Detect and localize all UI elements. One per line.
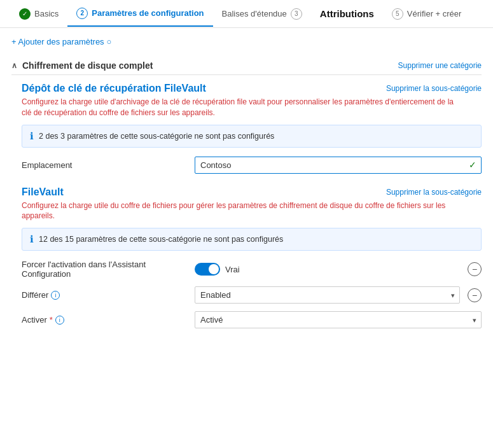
section-chevron-icon[interactable]: ∧: [11, 61, 17, 70]
subcategory-depot: Dépôt de clé de récupération FileVault S…: [22, 83, 482, 174]
subcategory-filevault-info-banner: ℹ 12 des 15 paramètres de cette sous-cat…: [22, 228, 482, 251]
info-icon-filevault: ℹ: [30, 234, 34, 245]
toggle-forcer-wrap: Vrai: [195, 263, 240, 276]
section-title: Chiffrement de disque complet: [22, 60, 153, 71]
field-activer-row: Activer * i Activé Désactivé Non configu…: [22, 311, 482, 328]
forcer-minus-button[interactable]: −: [468, 262, 482, 276]
subcategory-depot-info-banner: ℹ 2 des 3 paramètres de cette sous-catég…: [22, 125, 482, 148]
subcategory-depot-desc: Configurez la charge utile d'archivage d…: [22, 97, 454, 118]
tab-verify-label: Vérifier + créer: [407, 9, 462, 18]
basics-check-icon: [19, 8, 31, 20]
field-forcer-row: Forcer l'activation dans l'Assistant Con…: [22, 260, 482, 279]
field-emplacement-row: Emplacement ✓: [22, 157, 482, 174]
add-parameters-label: + Ajouter des paramètres: [11, 37, 104, 46]
subcategory-filevault-info-text: 12 des 15 paramètres de cette sous-catég…: [39, 235, 283, 244]
subcategory-filevault-title: FileVault: [22, 186, 64, 198]
field-differer-label: Différer i: [22, 290, 187, 300]
tags-step-circle: 3: [291, 8, 302, 20]
differer-select[interactable]: Enabled Disabled Not configured: [195, 286, 460, 304]
verify-step-circle: 5: [392, 8, 403, 20]
field-emplacement-wrap: ✓: [195, 157, 482, 174]
tab-config-label: Paramètres de configuration: [92, 8, 204, 18]
nav-tabs: Basics 2 Paramètres de configuration Bal…: [0, 0, 493, 28]
subcategory-filevault-header: FileVault Supprimer la sous-catégorie: [22, 186, 482, 198]
subcategory-depot-header: Dépôt de clé de récupération FileVault S…: [22, 83, 482, 94]
differer-minus-button[interactable]: −: [468, 288, 482, 302]
tab-attributions-label: Attributions: [320, 8, 374, 19]
main-content: + Ajouter des paramètres ○ ∧ Chiffrement…: [0, 28, 493, 350]
tab-attributions[interactable]: Attributions: [311, 2, 383, 25]
activer-info-icon[interactable]: i: [55, 316, 64, 325]
activer-select-wrap: Activé Désactivé Non configuré ▾: [195, 311, 482, 328]
section-header-left: ∧ Chiffrement de disque complet: [11, 60, 153, 71]
tab-config[interactable]: 2 Paramètres de configuration: [67, 1, 212, 27]
field-activer-label: Activer * i: [22, 315, 187, 325]
tab-tags-label: Balises d'étendue: [222, 9, 287, 18]
field-emplacement-label: Emplacement: [22, 160, 187, 170]
emplacement-check-icon: ✓: [469, 160, 476, 170]
activer-select[interactable]: Activé Désactivé Non configuré: [195, 311, 482, 328]
field-forcer-label: Forcer l'activation dans l'Assistant Con…: [22, 260, 187, 279]
section-header: ∧ Chiffrement de disque complet Supprime…: [11, 57, 482, 75]
differer-info-icon[interactable]: i: [51, 291, 60, 300]
subcategory-filevault-delete[interactable]: Supprimer la sous-catégorie: [386, 188, 482, 197]
subcategory-depot-delete[interactable]: Supprimer la sous-catégorie: [386, 84, 482, 93]
tab-basics-label: Basics: [34, 9, 59, 18]
info-icon-depot: ℹ: [30, 130, 34, 142]
add-parameters-link[interactable]: + Ajouter des paramètres ○: [11, 37, 111, 46]
subcategory-depot-info-text: 2 des 3 paramètres de cette sous-catégor…: [39, 132, 274, 141]
config-step-circle: 2: [76, 8, 88, 19]
field-differer-row: Différer i Enabled Disabled Not configur…: [22, 286, 482, 304]
emplacement-input[interactable]: [195, 157, 482, 174]
differer-select-wrap: Enabled Disabled Not configured ▾: [195, 286, 460, 304]
tab-verify[interactable]: 5 Vérifier + créer: [383, 2, 471, 26]
section-delete-action[interactable]: Supprimer une catégorie: [398, 61, 482, 70]
forcer-toggle[interactable]: [195, 263, 220, 276]
add-parameters-icon: ○: [107, 37, 112, 46]
activer-required-mark: *: [50, 315, 53, 325]
subcategory-depot-title: Dépôt de clé de récupération FileVault: [22, 83, 206, 94]
subcategory-filevault: FileVault Supprimer la sous-catégorie Co…: [22, 186, 482, 329]
tab-basics[interactable]: Basics: [10, 2, 67, 26]
forcer-toggle-value: Vrai: [225, 265, 240, 274]
tab-tags[interactable]: Balises d'étendue 3: [213, 2, 311, 26]
subcategory-filevault-desc: Configurez la charge utile du coffre de …: [22, 200, 454, 222]
